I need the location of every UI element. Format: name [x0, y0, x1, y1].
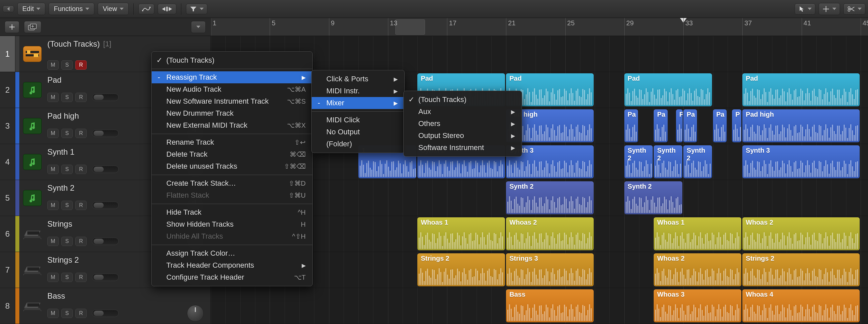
- mute-button[interactable]: M: [47, 165, 59, 174]
- record-button[interactable]: R: [75, 273, 87, 282]
- solo-button[interactable]: S: [61, 237, 73, 246]
- menu-item[interactable]: Others▶: [404, 118, 522, 130]
- menu-item[interactable]: Aux▶: [404, 106, 522, 118]
- record-button[interactable]: R: [75, 309, 87, 318]
- menu-item[interactable]: New External MIDI Track⌥⌘X: [152, 119, 312, 131]
- record-button[interactable]: R: [75, 165, 87, 174]
- mute-button[interactable]: M: [47, 201, 59, 210]
- duplicate-track-button[interactable]: [24, 21, 41, 33]
- track-icon[interactable]: [23, 298, 42, 314]
- volume-slider[interactable]: [92, 274, 119, 281]
- crosshair-tool-button[interactable]: [819, 3, 840, 15]
- track-icon[interactable]: [23, 118, 42, 134]
- track-icon[interactable]: [23, 82, 42, 98]
- track-number[interactable]: 6: [0, 216, 16, 252]
- region[interactable]: Pad: [624, 73, 712, 106]
- solo-button[interactable]: S: [61, 273, 73, 282]
- record-button[interactable]: R: [75, 93, 87, 102]
- region[interactable]: Whoas 1: [417, 217, 505, 250]
- region[interactable]: Whoas 2: [506, 217, 594, 250]
- region[interactable]: Pad: [742, 73, 860, 106]
- region[interactable]: Pa: [713, 109, 727, 142]
- menu-item[interactable]: -Reassign Track▶: [152, 71, 312, 83]
- menu-item[interactable]: No Output: [312, 126, 404, 138]
- mute-button[interactable]: M: [47, 273, 59, 282]
- automation-curve-button[interactable]: [138, 4, 154, 14]
- track-icon[interactable]: [23, 226, 42, 242]
- track-number[interactable]: 3: [0, 108, 16, 144]
- region[interactable]: Whoas 4: [742, 289, 860, 322]
- scissors-tool-button[interactable]: [843, 3, 865, 15]
- track-number[interactable]: 5: [0, 180, 16, 216]
- toolbar-left-toggle[interactable]: [3, 5, 14, 12]
- menu-item[interactable]: MIDI Instr.▶: [312, 85, 404, 97]
- track-number[interactable]: 4: [0, 144, 16, 180]
- timeline-ruler[interactable]: 159131721252933374145: [211, 18, 868, 36]
- menu-item[interactable]: Track Header Components▶: [152, 259, 312, 271]
- menu-item[interactable]: MIDI Click: [312, 114, 404, 126]
- track-icon[interactable]: [23, 154, 42, 170]
- mute-button[interactable]: M: [47, 237, 59, 246]
- region[interactable]: Synth 3: [742, 145, 860, 178]
- region[interactable]: Whoas 3: [654, 289, 741, 322]
- menu-item[interactable]: Rename Track⇧↩: [152, 136, 312, 148]
- record-button[interactable]: R: [75, 60, 87, 70]
- region[interactable]: Whoas 2: [654, 253, 741, 286]
- region[interactable]: Pad high: [742, 109, 860, 142]
- region[interactable]: Pa: [624, 109, 638, 142]
- track-header-config-button[interactable]: [191, 21, 206, 33]
- track-number[interactable]: 2: [0, 72, 16, 108]
- menu-item[interactable]: Configure Track Header⌥T: [152, 271, 312, 283]
- menu-item[interactable]: New Audio Track⌥⌘A: [152, 83, 312, 95]
- volume-slider[interactable]: [92, 310, 119, 317]
- region[interactable]: Bass: [506, 289, 594, 322]
- solo-button[interactable]: S: [61, 165, 73, 174]
- solo-button[interactable]: S: [61, 129, 73, 138]
- region[interactable]: Synth 2: [683, 145, 712, 178]
- track-number[interactable]: 7: [0, 252, 16, 288]
- solo-button[interactable]: S: [61, 60, 73, 70]
- menu-item[interactable]: New Software Instrument Track⌥⌘S: [152, 95, 312, 107]
- menu-item[interactable]: Create Track Stack…⇧⌘D: [152, 177, 312, 189]
- region[interactable]: P: [676, 109, 683, 142]
- pointer-tool-button[interactable]: [795, 3, 815, 15]
- region[interactable]: Whoas 1: [654, 217, 741, 250]
- menu-item[interactable]: ✓(Touch Tracks): [152, 54, 312, 66]
- menu-item[interactable]: Assign Track Color…: [152, 247, 312, 259]
- track-icon[interactable]: [23, 262, 42, 278]
- region[interactable]: Synth 2: [506, 181, 594, 214]
- functions-menu-button[interactable]: Functions: [49, 3, 94, 15]
- solo-button[interactable]: S: [61, 201, 73, 210]
- cycle-region[interactable]: [395, 19, 425, 35]
- edit-menu-button[interactable]: Edit: [17, 3, 45, 15]
- solo-button[interactable]: S: [61, 93, 73, 102]
- menu-item[interactable]: Click & Ports▶: [312, 73, 404, 85]
- view-menu-button[interactable]: View: [98, 3, 129, 15]
- volume-slider[interactable]: [92, 130, 119, 137]
- flex-button[interactable]: [158, 4, 176, 14]
- region[interactable]: Whoas 2: [742, 217, 860, 250]
- track-number[interactable]: 8: [0, 288, 16, 324]
- menu-item[interactable]: Software Instrument▶: [404, 142, 522, 154]
- volume-slider[interactable]: [92, 202, 119, 209]
- region[interactable]: Pa: [654, 109, 667, 142]
- track-context-menu[interactable]: ✓(Touch Tracks)-Reassign Track▶New Audio…: [151, 51, 313, 286]
- track-icon[interactable]: [23, 46, 42, 62]
- solo-button[interactable]: S: [61, 309, 73, 318]
- menu-item[interactable]: -Mixer▶: [312, 97, 404, 109]
- mixer-submenu[interactable]: ✓(Touch Tracks)Aux▶Others▶Output Stereo▶…: [403, 91, 522, 157]
- region[interactable]: Strings 3: [506, 253, 594, 286]
- reassign-track-submenu[interactable]: Click & Ports▶MIDI Instr.▶-Mixer▶MIDI Cl…: [311, 70, 405, 153]
- volume-slider[interactable]: [92, 166, 119, 173]
- record-button[interactable]: R: [75, 201, 87, 210]
- region[interactable]: Synth 2: [654, 145, 682, 178]
- track-number[interactable]: 1: [0, 36, 16, 72]
- menu-item[interactable]: Output Stereo▶: [404, 130, 522, 142]
- volume-slider[interactable]: [92, 238, 119, 245]
- region[interactable]: Synth 2: [624, 145, 653, 178]
- region[interactable]: P: [732, 109, 741, 142]
- volume-slider[interactable]: [92, 94, 119, 101]
- mute-button[interactable]: M: [47, 309, 59, 318]
- record-button[interactable]: R: [75, 237, 87, 246]
- track-icon[interactable]: [23, 190, 42, 206]
